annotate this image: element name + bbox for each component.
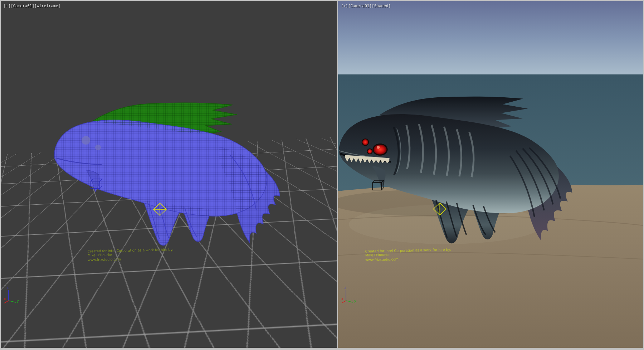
axis-y-label: y [354, 299, 356, 303]
fish-model-wireframe[interactable] [54, 103, 280, 246]
fish-eye-spot [95, 145, 101, 150]
scene-watermark: Created for Intel Corporation as a work … [88, 248, 174, 262]
axis-y-label: y [17, 299, 19, 303]
axis-x-label: x [341, 297, 343, 301]
viewport-label: [+][Camera01][Shaded] [341, 4, 391, 8]
axis-z-label: z [344, 286, 346, 289]
viewport-menu-general[interactable]: [+] [4, 4, 11, 8]
application-stage: [+][Camera01][Wireframe] Created for Int… [0, 0, 644, 350]
axis-z-label: z [7, 286, 9, 289]
viewport-menu-general[interactable]: [+] [341, 4, 348, 8]
wireframe-scene[interactable] [1, 1, 337, 348]
world-axis-tripod: z x y [4, 284, 21, 304]
viewport-menu-pov[interactable]: [Camera01] [348, 4, 372, 8]
viewport-wireframe[interactable]: [+][Camera01][Wireframe] Created for Int… [1, 1, 337, 348]
viewport-menu-shading[interactable]: [Shaded] [372, 4, 391, 8]
world-axis-tripod: z x y [341, 284, 359, 304]
viewport-menu-shading[interactable]: [Wireframe] [34, 4, 60, 8]
axis-x-label: x [4, 297, 6, 301]
viewport-shaded[interactable]: [+][Camera01][Shaded] Created for Intel … [338, 1, 643, 348]
scene-watermark: Created for Intel Corporation as a work … [365, 248, 452, 262]
fish-eye-spot [82, 136, 90, 145]
viewport-menu-pov[interactable]: [Camera01] [11, 4, 34, 8]
shaded-scene[interactable] [338, 1, 643, 348]
viewport-label: [+][Camera01][Wireframe] [4, 4, 60, 8]
